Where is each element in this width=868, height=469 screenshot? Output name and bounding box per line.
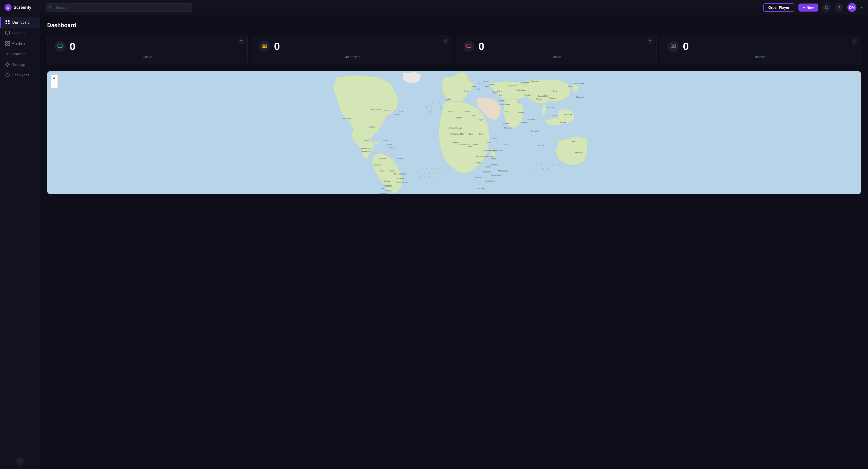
map-controls: + − bbox=[51, 74, 58, 89]
svg-text:Kyrgyzstan: Kyrgyzstan bbox=[520, 82, 529, 84]
sidebar-footer: ← bbox=[0, 453, 40, 469]
svg-text:Kenya: Kenya bbox=[491, 157, 497, 160]
svg-text:Australia: Australia bbox=[575, 151, 583, 154]
svg-text:Philippines: Philippines bbox=[547, 106, 556, 108]
svg-text:Zimbabwe: Zimbabwe bbox=[483, 171, 491, 173]
svg-text:I n d i a n: I n d i a n bbox=[536, 162, 561, 166]
new-button[interactable]: + New bbox=[799, 3, 818, 11]
svg-text:Houston: Houston bbox=[368, 126, 375, 128]
dashboard-content: Dashboard ? 0 Online ? bbox=[40, 15, 868, 469]
zoom-out-button[interactable]: − bbox=[51, 82, 58, 89]
svg-rect-9 bbox=[8, 41, 9, 43]
svg-text:Afghanistan: Afghanistan bbox=[516, 89, 525, 91]
svg-rect-4 bbox=[8, 20, 9, 22]
zoom-in-button[interactable]: + bbox=[51, 74, 58, 82]
svg-text:Shanghai: Shanghai bbox=[576, 96, 584, 98]
svg-text:Italy: Italy bbox=[477, 88, 480, 90]
sidebar-item-label: Screens bbox=[12, 31, 25, 35]
svg-text:Mozambique: Mozambique bbox=[491, 174, 502, 176]
svg-text:Cuba: Cuba bbox=[383, 139, 388, 142]
sidebar-item-playlists[interactable]: Playlists bbox=[0, 38, 40, 49]
sidebar-item-screens[interactable]: Screens bbox=[0, 28, 40, 38]
logo[interactable]: Screenly bbox=[0, 0, 40, 15]
svg-text:Salvador: Salvador bbox=[397, 177, 404, 179]
avatar[interactable]: DM bbox=[847, 3, 857, 12]
svg-text:Lisbon: Lisbon bbox=[446, 98, 451, 100]
sidebar-item-settings[interactable]: Settings bbox=[0, 59, 40, 70]
svg-text:Costa Rica: Costa Rica bbox=[361, 150, 370, 153]
svg-text:Tunisia: Tunisia bbox=[464, 110, 470, 113]
collapse-sidebar-button[interactable]: ← bbox=[16, 457, 24, 465]
svg-text:Vietnam: Vietnam bbox=[549, 97, 555, 99]
app-name: Screenly bbox=[13, 5, 31, 10]
screens-icon bbox=[5, 31, 10, 35]
oos-icon-wrap bbox=[259, 41, 270, 52]
svg-text:Morocco: Morocco bbox=[448, 110, 455, 113]
svg-text:Chad: Chad bbox=[479, 133, 483, 135]
svg-text:Sudan: Sudan bbox=[486, 141, 491, 143]
oos-label: Out of sync bbox=[259, 55, 445, 59]
order-player-button[interactable]: Order Player bbox=[763, 3, 795, 12]
svg-text:Iraq: Iraq bbox=[499, 94, 502, 96]
svg-text:Indonesia: Indonesia bbox=[564, 114, 572, 116]
svg-text:Ethiopia: Ethiopia bbox=[489, 149, 496, 152]
svg-text:O c e a n: O c e a n bbox=[419, 175, 441, 179]
stat-help-inactive[interactable]: ? bbox=[852, 38, 857, 44]
bell-icon bbox=[825, 5, 829, 9]
help-button[interactable]: ? bbox=[835, 3, 843, 12]
svg-text:Belo Horizonte: Belo Horizonte bbox=[394, 173, 406, 175]
offline-count: 0 bbox=[478, 41, 484, 52]
svg-text:Bengaluru: Bengaluru bbox=[521, 122, 529, 124]
playlists-icon bbox=[5, 41, 10, 46]
svg-text:Greece: Greece bbox=[478, 82, 484, 84]
svg-text:Rio de Janeiro: Rio de Janeiro bbox=[396, 181, 408, 183]
edge-apps-icon bbox=[5, 73, 10, 77]
stat-help-oos[interactable]: ? bbox=[443, 38, 448, 44]
offline-label: Offline bbox=[463, 55, 649, 59]
plus-icon: + bbox=[803, 5, 805, 9]
svg-text:France: France bbox=[470, 86, 476, 88]
svg-text:Syria: Syria bbox=[493, 91, 498, 93]
svg-text:O c e a n: O c e a n bbox=[532, 166, 555, 170]
content-icon bbox=[5, 52, 10, 56]
svg-text:Libya: Libya bbox=[470, 115, 475, 117]
svg-text:Malawi: Malawi bbox=[485, 166, 491, 168]
stat-help-offline[interactable]: ? bbox=[647, 38, 653, 44]
svg-text:Eritrea: Eritrea bbox=[492, 137, 498, 139]
svg-text:Perth: Perth bbox=[571, 140, 576, 143]
sidebar-item-label: Dashboard bbox=[12, 20, 30, 24]
stat-card-inactive: ? 0 Inactive bbox=[660, 35, 861, 65]
svg-text:Uruguay: Uruguay bbox=[385, 189, 392, 192]
stat-help-online[interactable]: ? bbox=[238, 38, 244, 44]
svg-text:India: India bbox=[516, 101, 520, 103]
sidebar-item-label: Content bbox=[12, 52, 25, 56]
svg-text:Namibia: Namibia bbox=[475, 176, 482, 178]
svg-text:Brunei: Brunei bbox=[553, 115, 558, 117]
svg-marker-17 bbox=[6, 73, 9, 77]
screenly-logo-icon bbox=[4, 4, 11, 11]
svg-text:Jakarta: Jakarta bbox=[560, 122, 566, 124]
stat-card-out-of-sync: ? 0 Out of sync bbox=[252, 35, 452, 65]
sidebar-item-dashboard[interactable]: Dashboard bbox=[0, 17, 40, 28]
svg-text:Kuwait: Kuwait bbox=[503, 123, 509, 125]
sidebar-nav: Dashboard Screens Playlists Content bbox=[0, 15, 40, 453]
svg-text:Beijing: Beijing bbox=[567, 86, 572, 88]
avatar-dropdown-icon[interactable]: ▾ bbox=[861, 6, 862, 9]
search-input[interactable] bbox=[46, 3, 192, 12]
svg-text:Tanzania: Tanzania bbox=[491, 164, 499, 166]
sidebar-item-content[interactable]: Content bbox=[0, 49, 40, 59]
online-label: Online bbox=[55, 55, 240, 59]
svg-text:A t l a n t i c: A t l a n t i c bbox=[415, 170, 448, 174]
svg-text:Brazil: Brazil bbox=[390, 170, 394, 172]
svg-text:Guyana: Guyana bbox=[388, 146, 395, 149]
notifications-button[interactable] bbox=[822, 3, 831, 12]
svg-text:Nigeria: Nigeria bbox=[473, 143, 479, 145]
sidebar-item-edge-apps[interactable]: Edge Apps bbox=[0, 70, 40, 80]
svg-text:Niger: Niger bbox=[468, 133, 473, 135]
online-count: 0 bbox=[69, 41, 75, 52]
svg-rect-3 bbox=[5, 20, 7, 22]
stat-card-online: ? 0 Online bbox=[47, 35, 248, 65]
page-title: Dashboard bbox=[47, 22, 861, 29]
svg-rect-10 bbox=[5, 44, 7, 45]
help-icon: ? bbox=[838, 5, 840, 9]
